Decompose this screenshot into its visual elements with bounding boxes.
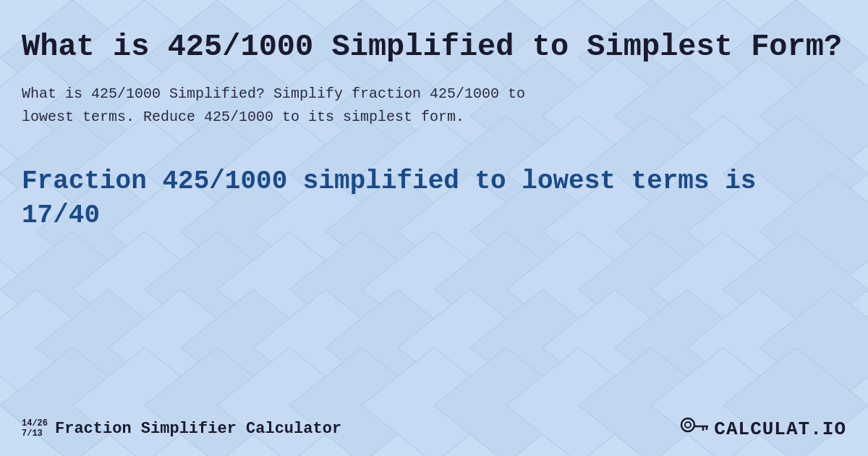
svg-point-81 bbox=[681, 418, 694, 431]
footer-fraction-bottom: 7/13 bbox=[22, 429, 43, 439]
calculat-logo: CALCULAT.IO bbox=[714, 418, 846, 440]
description-line2: lowest terms. Reduce 425/1000 to its sim… bbox=[22, 109, 464, 125]
svg-point-82 bbox=[685, 422, 691, 428]
page-title: What is 425/1000 Simplified to Simplest … bbox=[22, 29, 846, 65]
result-text: Fraction 425/1000 simplified to lowest t… bbox=[22, 165, 846, 233]
logo-text: CALCULAT.IO bbox=[714, 418, 846, 440]
result-label: Fraction 425/1000 simplified to lowest t… bbox=[22, 166, 756, 196]
footer: 14/26 7/13 Fraction Simplifier Calculato… bbox=[22, 416, 846, 442]
description: What is 425/1000 Simplified? Simplify fr… bbox=[22, 83, 673, 129]
footer-right: CALCULAT.IO bbox=[679, 416, 846, 442]
main-content: What is 425/1000 Simplified to Simplest … bbox=[0, 0, 868, 456]
key-icon bbox=[679, 416, 708, 442]
footer-left: 14/26 7/13 Fraction Simplifier Calculato… bbox=[22, 419, 341, 438]
description-line1: What is 425/1000 Simplified? Simplify fr… bbox=[22, 85, 525, 102]
footer-fraction-top: 14/26 bbox=[22, 419, 48, 428]
footer-fraction-stack: 14/26 7/13 bbox=[22, 419, 48, 438]
footer-brand: Fraction Simplifier Calculator bbox=[55, 420, 341, 438]
result-fraction: 17/40 bbox=[22, 200, 100, 230]
result-section: Fraction 425/1000 simplified to lowest t… bbox=[22, 165, 846, 233]
